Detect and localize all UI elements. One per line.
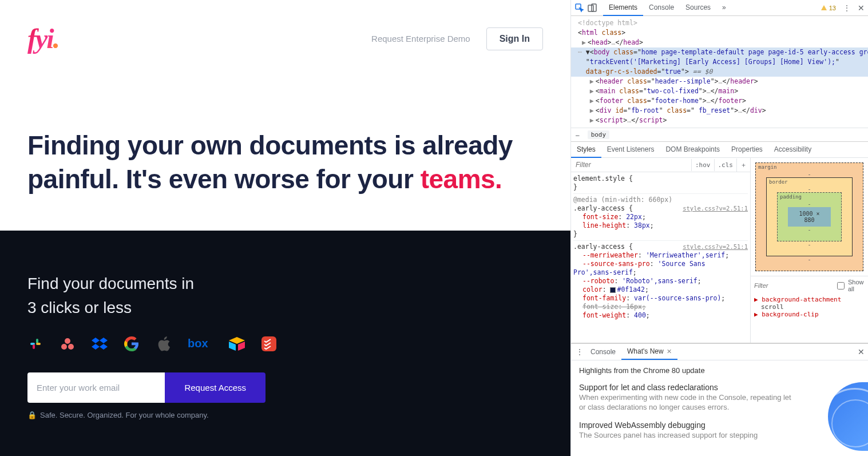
r2p6: font-size — [573, 303, 618, 311]
media-query: @media (min-width: 660px) — [573, 196, 748, 204]
drawer-item1-desc: When experimenting with new code in the … — [579, 393, 796, 413]
google-icon — [124, 336, 140, 352]
svg-point-5 — [61, 344, 67, 350]
styles-tabs: Styles Event Listeners DOM Breakpoints P… — [571, 142, 868, 158]
drawer-menu-icon[interactable]: ⋮ — [574, 347, 585, 357]
bm-dash4: - — [807, 227, 811, 233]
drawer-item2-desc: The Sources panel has increased support … — [579, 431, 796, 441]
devtools-close-icon[interactable]: ✕ — [858, 3, 865, 13]
dom-tree[interactable]: <!doctype html> <html class> ▶<head>…</h… — [571, 16, 868, 128]
site-header: fyi. Request Enterprise Demo Sign In — [0, 0, 570, 66]
styles-filter-input[interactable] — [571, 158, 691, 172]
device-toggle-icon[interactable] — [587, 3, 597, 13]
css-src1[interactable]: style.css?v=2.51:1 — [683, 204, 748, 213]
drawer-close-icon[interactable]: ✕ — [858, 347, 865, 356]
hero-line2a: painful. It's even worse for your — [27, 164, 421, 194]
css-rules[interactable]: element.style { } @media (min-width: 660… — [571, 172, 750, 343]
r2v1: 'Merriweather',serif — [646, 251, 725, 259]
tab-properties[interactable]: Properties — [726, 142, 768, 157]
tab-dom-breakpoints[interactable]: DOM Breakpoints — [660, 142, 726, 157]
breadcrumb-ellipsis: … — [576, 130, 580, 139]
tab-accessibility[interactable]: Accessibility — [768, 142, 817, 157]
css-sel1: .early-access { — [573, 204, 633, 212]
drawer-tab-close-icon[interactable]: ✕ — [667, 348, 672, 355]
r2p4: color — [573, 286, 603, 294]
dropbox-icon — [92, 336, 108, 352]
request-enterprise-link[interactable]: Request Enterprise Demo — [371, 34, 470, 43]
r2v4: #0f1a42 — [617, 286, 644, 294]
cls-toggle[interactable]: .cls — [714, 159, 737, 171]
svg-point-4 — [65, 338, 70, 344]
lock-icon: 🔒 — [27, 411, 37, 419]
drawer-item1-title[interactable]: Support for let and class redeclarations — [579, 383, 860, 392]
warning-count: 13 — [829, 5, 836, 11]
body-class-value: home page-template-default page page-id-… — [641, 48, 868, 56]
showall-checkbox[interactable] — [837, 282, 845, 290]
email-signup-form: Request Access — [27, 372, 265, 403]
drawer-heading: Highlights from the Chrome 80 update — [579, 366, 860, 375]
drawer-item2-title[interactable]: Improved WebAssembly debugging — [579, 421, 860, 430]
comp-p1: background-attachment — [762, 296, 841, 303]
svg-rect-10 — [588, 5, 593, 11]
integration-icons: box — [27, 336, 543, 352]
hov-toggle[interactable]: :hov — [691, 159, 714, 171]
bm-dash1: - — [807, 171, 811, 177]
drawer-illustration — [828, 382, 868, 451]
signin-button[interactable]: Sign In — [486, 27, 543, 50]
bm-dash3: - — [807, 201, 811, 207]
styles-filterbar: :hov .cls ＋ — [571, 158, 750, 172]
subheading-line2: 3 clicks or less — [27, 299, 132, 316]
warnings-badge[interactable]: 13 — [821, 5, 836, 11]
header-class: header--simple — [655, 77, 711, 85]
website-viewport: fyi. Request Enterprise Demo Sign In Fin… — [0, 0, 570, 456]
secure-tagline: 🔒 Safe. Secure. Organized. For your whol… — [27, 411, 543, 419]
bm-dash6: - — [807, 256, 811, 263]
drawer-tab-console[interactable]: Console — [585, 344, 621, 359]
r2v6: 16px — [626, 303, 642, 311]
r2p5: font-family — [573, 294, 626, 302]
tab-styles[interactable]: Styles — [571, 142, 601, 158]
footer-class: footer-home — [655, 97, 699, 105]
r2p2: --source-sans-pro — [573, 260, 650, 268]
new-style-rule-icon[interactable]: ＋ — [736, 158, 750, 172]
bm-content: 1000 × 880 — [788, 207, 831, 227]
subheading-line1: Find your documents in — [27, 275, 194, 292]
email-input[interactable] — [27, 372, 165, 403]
computed-column: margin- border- padding- 1000 × 880 - - … — [750, 158, 868, 343]
tab-elements[interactable]: Elements — [603, 0, 643, 16]
drawer-tab-whatsnew[interactable]: What's New ✕ — [621, 344, 677, 360]
computed-list[interactable]: ▶ background-attachment scroll ▶ backgro… — [751, 295, 868, 319]
subheading: Find your documents in 3 clicks or less — [27, 272, 543, 320]
bm-dash5: - — [807, 241, 811, 248]
drawer-body: Highlights from the Chrome 80 update Sup… — [571, 360, 868, 456]
asana-icon — [60, 336, 76, 352]
dom-eq0: == $0 — [689, 68, 713, 76]
dom-breadcrumb[interactable]: … body — [571, 128, 868, 142]
r2v5: var(--source-sans-pro) — [634, 294, 721, 302]
fb-id: fb-root — [631, 106, 659, 114]
devtools-toolbar: Elements Console Sources » 13 ⋮ ✕ — [571, 0, 868, 16]
computed-filter-input[interactable] — [754, 282, 834, 289]
styles-column: :hov .cls ＋ element.style { } @media (mi… — [571, 158, 750, 343]
header-actions: Request Enterprise Demo Sign In — [371, 27, 543, 50]
bm-padding-label: padding — [780, 194, 802, 200]
comp-p2: background-clip — [762, 311, 818, 318]
kebab-menu-icon[interactable]: ⋮ — [842, 3, 852, 13]
breadcrumb-body[interactable]: body — [588, 130, 610, 139]
logo-text: fyi — [27, 23, 53, 54]
r2p3: --roboto — [573, 277, 614, 285]
box-model[interactable]: margin- border- padding- 1000 × 880 - - … — [755, 162, 863, 271]
hero-section: Finding your own documents is already pa… — [0, 66, 570, 231]
tab-console[interactable]: Console — [643, 0, 680, 16]
css-sel2: .early-access { — [573, 243, 633, 251]
devtools-main-tabs: Elements Console Sources » — [603, 0, 732, 16]
css-src2[interactable]: style.css?v=2.51:1 — [683, 243, 748, 251]
hero-heading: Finding your own documents is already pa… — [27, 129, 543, 196]
request-access-button[interactable]: Request Access — [165, 372, 265, 403]
tab-sources[interactable]: Sources — [680, 0, 716, 16]
styles-row: :hov .cls ＋ element.style { } @media (mi… — [571, 158, 868, 343]
tab-event-listeners[interactable]: Event Listeners — [601, 142, 660, 157]
devtools-panel: Elements Console Sources » 13 ⋮ ✕ <!doct… — [570, 0, 868, 456]
tab-more[interactable]: » — [716, 0, 732, 16]
inspect-icon[interactable] — [574, 3, 585, 13]
